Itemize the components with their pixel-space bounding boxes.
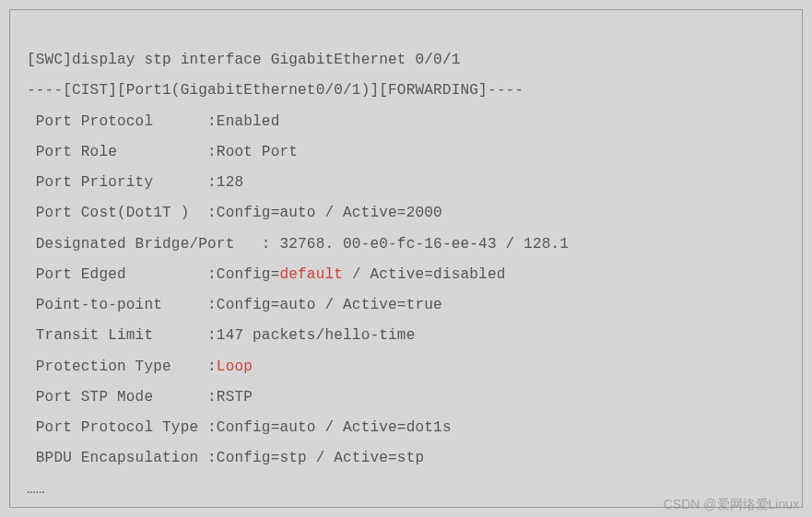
field-value: 32768. 00-e0-fc-16-ee-43 / 128.1: [279, 236, 569, 253]
field-label: Port Protocol Type: [27, 419, 207, 436]
row-designated-bridge-port: Designated Bridge/Port : 32768. 00-e0-fc…: [27, 229, 785, 260]
separator: :: [207, 174, 217, 191]
row-port-protocol-type: Port Protocol Type :Config=auto / Active…: [27, 413, 785, 443]
separator: :: [207, 450, 217, 466]
field-label: Port Role: [27, 144, 207, 160]
field-label: Port Edged: [27, 266, 207, 283]
field-value: Config=auto / Active=dot1s: [217, 419, 452, 436]
field-label: Port Cost(Dot1T ): [27, 205, 207, 221]
field-value: Root Port: [217, 144, 298, 160]
field-value: 128: [217, 174, 243, 191]
field-value: RSTP: [217, 389, 253, 405]
separator: :: [207, 419, 217, 436]
field-value-highlight: Loop: [217, 358, 253, 375]
row-port-cost: Port Cost(Dot1T ) :Config=auto / Active=…: [27, 198, 785, 229]
field-value-highlight: default: [279, 266, 343, 283]
row-point-to-point: Point-to-point :Config=auto / Active=tru…: [27, 290, 785, 321]
row-protection-type: Protection Type :Loop: [27, 352, 785, 382]
field-label: Port Priority: [27, 174, 207, 191]
field-label: Designated Bridge/Port: [27, 236, 262, 253]
separator: :: [207, 358, 217, 375]
field-value: 147 packets/hello-time: [217, 327, 416, 344]
field-value: Config=auto / Active=2000: [217, 205, 442, 221]
field-label: Protection Type: [27, 358, 207, 375]
field-value: Config=auto / Active=true: [217, 297, 442, 313]
field-value-suffix: / Active=disabled: [343, 266, 505, 283]
prompt: [SWC]: [27, 52, 72, 68]
separator: :: [207, 205, 217, 221]
row-port-priority: Port Priority :128: [27, 168, 785, 198]
field-label: BPDU Encapsulation: [27, 450, 207, 466]
separator: :: [207, 113, 217, 130]
row-bpdu-encapsulation: BPDU Encapsulation :Config=stp / Active=…: [27, 443, 785, 474]
separator: :: [262, 236, 280, 253]
row-port-protocol: Port Protocol :Enabled: [27, 107, 785, 137]
separator: :: [207, 144, 217, 160]
row-transit-limit: Transit Limit :147 packets/hello-time: [27, 321, 785, 351]
separator: :: [207, 297, 217, 313]
separator: :: [207, 389, 217, 405]
header-line: ----[CIST][Port1(GigabitEthernet0/0/1)][…: [27, 76, 785, 106]
separator: :: [207, 327, 217, 344]
field-label: Transit Limit: [27, 327, 207, 344]
command-text: display stp interface GigabitEthernet 0/…: [72, 52, 460, 68]
row-port-edged: Port Edged :Config=default / Active=disa…: [27, 260, 785, 290]
watermark: CSDN @爱网络爱Linux: [664, 497, 799, 513]
field-value-prefix: Config=: [217, 266, 280, 283]
field-label: Port Protocol: [27, 113, 207, 130]
field-label: Port STP Mode: [27, 389, 207, 405]
terminal-output: [SWC]display stp interface GigabitEthern…: [9, 9, 803, 508]
command-line: [SWC]display stp interface GigabitEthern…: [27, 45, 785, 76]
field-label: Point-to-point: [27, 297, 207, 313]
row-port-role: Port Role :Root Port: [27, 137, 785, 168]
row-port-stp-mode: Port STP Mode :RSTP: [27, 382, 785, 413]
field-value: Config=stp / Active=stp: [217, 450, 424, 466]
separator: :: [207, 266, 217, 283]
field-value: Enabled: [217, 113, 280, 130]
